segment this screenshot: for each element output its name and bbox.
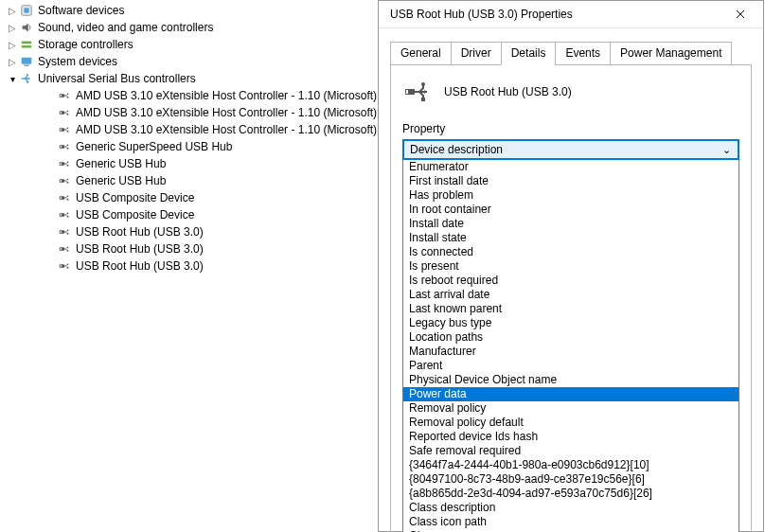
- dropdown-option[interactable]: Removal policy default: [403, 416, 738, 430]
- svg-point-46: [67, 246, 69, 248]
- dropdown-option[interactable]: Safe removal required: [403, 444, 738, 458]
- dropdown-option[interactable]: First install date: [403, 174, 738, 188]
- tree-item-label: USB Composite Device: [76, 208, 194, 222]
- svg-rect-19: [67, 131, 69, 133]
- dropdown-option[interactable]: Last arrival date: [403, 288, 738, 302]
- dropdown-option[interactable]: Parent: [403, 359, 738, 373]
- tab-page-details: USB Root Hub (USB 3.0) Property Device d…: [390, 65, 752, 532]
- dropdown-option[interactable]: Removal policy: [403, 401, 738, 416]
- svg-rect-33: [61, 197, 62, 199]
- tab-general[interactable]: General: [390, 42, 452, 64]
- device-name-label: USB Root Hub (USB 3.0): [444, 85, 572, 98]
- svg-rect-53: [406, 90, 408, 94]
- expander-spacer: [44, 225, 57, 239]
- property-dropdown-list[interactable]: EnumeratorFirst install dateHas problemI…: [402, 159, 739, 532]
- tree-item-label: Generic USB Hub: [76, 157, 166, 170]
- dropdown-option[interactable]: {3464f7a4-2444-40b1-980a-e0903cb6d912}[1…: [403, 458, 738, 472]
- svg-rect-24: [60, 162, 64, 166]
- expander-spacer: [44, 259, 57, 273]
- svg-rect-29: [61, 180, 62, 182]
- tab-driver[interactable]: Driver: [451, 42, 502, 64]
- usb-plug-icon: [57, 190, 72, 205]
- expander-spacer: [44, 106, 57, 119]
- device-header: USB Root Hub (USB 3.0): [402, 77, 739, 107]
- usb-plug-icon: [57, 241, 72, 257]
- svg-rect-47: [67, 250, 69, 252]
- svg-rect-39: [67, 216, 69, 218]
- svg-rect-35: [67, 199, 69, 201]
- close-button[interactable]: [721, 1, 759, 27]
- svg-rect-40: [60, 230, 64, 234]
- expander-icon[interactable]: ▷: [6, 21, 19, 34]
- usb-plug-icon: [57, 156, 72, 171]
- svg-point-10: [67, 93, 69, 95]
- property-combobox[interactable]: Device description ⌄: [402, 139, 739, 160]
- titlebar: USB Root Hub (USB 3.0) Properties: [379, 1, 763, 28]
- svg-point-50: [67, 263, 69, 265]
- dropdown-option[interactable]: Location paths: [403, 330, 738, 345]
- tab-details[interactable]: Details: [501, 42, 557, 64]
- svg-point-22: [67, 144, 69, 146]
- svg-rect-51: [67, 267, 69, 269]
- svg-rect-37: [61, 214, 62, 216]
- dropdown-option[interactable]: Is connected: [403, 245, 738, 259]
- svg-rect-28: [60, 179, 64, 183]
- dropdown-option[interactable]: Class description: [403, 501, 738, 515]
- svg-point-30: [67, 178, 69, 180]
- dropdown-option[interactable]: Install state: [403, 231, 738, 245]
- dropdown-option[interactable]: {a8b865dd-2e3d-4094-ad97-e593a70c75d6}[2…: [403, 487, 738, 501]
- expander-spacer: [44, 157, 57, 170]
- dropdown-option[interactable]: Power data: [403, 387, 738, 401]
- expander-icon[interactable]: ▷: [6, 38, 19, 51]
- dropdown-option[interactable]: Install date: [403, 217, 738, 231]
- usb-plug-icon: [57, 173, 72, 188]
- dropdown-option[interactable]: Is present: [403, 259, 738, 274]
- properties-dialog: USB Root Hub (USB 3.0) Properties Genera…: [378, 0, 764, 532]
- svg-rect-11: [67, 97, 69, 98]
- svg-rect-21: [61, 146, 62, 148]
- dropdown-option[interactable]: Class icon path: [403, 515, 738, 529]
- dropdown-option[interactable]: {80497100-8c73-48b9-aad9-ce387e19c56e}[6…: [403, 472, 738, 487]
- expander-icon[interactable]: ▷: [6, 4, 19, 17]
- svg-point-34: [67, 195, 69, 197]
- usb-plug-icon: [57, 224, 72, 239]
- property-selected-value: Device description: [410, 143, 719, 156]
- dropdown-option[interactable]: Is reboot required: [403, 274, 738, 288]
- svg-rect-2: [22, 42, 32, 44]
- svg-rect-31: [67, 182, 69, 184]
- tree-item-label: USB Root Hub (USB 3.0): [76, 225, 204, 239]
- tree-item-label: Generic SuperSpeed USB Hub: [76, 140, 232, 153]
- dropdown-option[interactable]: In root container: [403, 203, 738, 217]
- tab-strip: GeneralDriverDetailsEventsPower Manageme…: [390, 42, 752, 65]
- usb-plug-icon: [57, 258, 72, 274]
- property-caption: Property: [402, 122, 739, 135]
- dialog-body: GeneralDriverDetailsEventsPower Manageme…: [379, 28, 763, 532]
- svg-rect-4: [22, 58, 32, 64]
- svg-rect-55: [421, 98, 425, 101]
- software-icon: [19, 3, 34, 18]
- tree-item-label: AMD USB 3.10 eXtensible Host Controller …: [76, 89, 377, 102]
- svg-rect-25: [61, 163, 62, 165]
- tab-power-management[interactable]: Power Management: [610, 42, 732, 64]
- svg-rect-9: [61, 95, 62, 97]
- usb-device-icon: [402, 77, 433, 107]
- tree-item-label: USB Composite Device: [76, 191, 194, 204]
- dropdown-option[interactable]: Reported device Ids hash: [403, 430, 738, 444]
- dropdown-option[interactable]: Has problem: [403, 188, 738, 203]
- dropdown-option[interactable]: Manufacturer: [403, 345, 738, 359]
- expander-icon[interactable]: ▷: [6, 55, 19, 68]
- expander-spacer: [44, 191, 57, 204]
- dropdown-option[interactable]: Physical Device Object name: [403, 373, 738, 387]
- expander-icon[interactable]: ▾: [6, 72, 19, 85]
- dropdown-option[interactable]: Last known parent: [403, 302, 738, 316]
- usb-plug-icon: [57, 139, 72, 154]
- svg-point-38: [67, 212, 69, 214]
- dropdown-option[interactable]: Legacy bus type: [403, 316, 738, 330]
- dropdown-option[interactable]: Enumerator: [403, 160, 738, 174]
- svg-rect-16: [60, 128, 64, 132]
- tree-item-label: AMD USB 3.10 eXtensible Host Controller …: [76, 106, 377, 119]
- tab-events[interactable]: Events: [555, 42, 611, 64]
- svg-point-6: [27, 74, 28, 76]
- window-title: USB Root Hub (USB 3.0) Properties: [390, 8, 721, 21]
- tree-item-label: Universal Serial Bus controllers: [38, 72, 196, 85]
